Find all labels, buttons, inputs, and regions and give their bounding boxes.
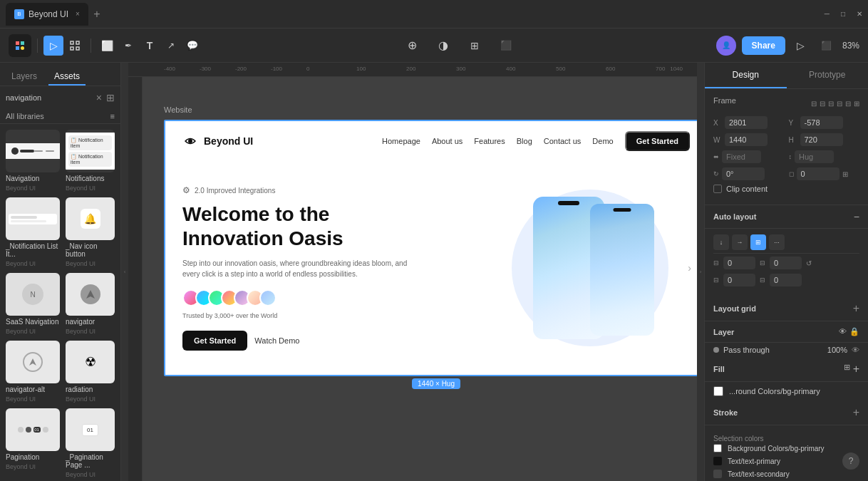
layer-blend-mode[interactable]: Pass through: [723, 346, 823, 354]
al-gap-v-input[interactable]: [770, 257, 802, 269]
figma-menu-btn[interactable]: [9, 34, 31, 57]
asset-radiation[interactable]: ☢ radiation Beyond UI: [66, 341, 115, 403]
pen-tool-btn[interactable]: ✒: [118, 36, 138, 56]
al-gap-h-input[interactable]: [723, 257, 755, 269]
phone-screen-front: [590, 204, 654, 336]
user-avatar-btn[interactable]: 👤: [716, 36, 736, 56]
badge-icon: ⚙: [182, 185, 190, 195]
help-area: ?: [705, 447, 868, 475]
canvas-arrow-handle[interactable]: ›: [688, 262, 691, 274]
align-icon-4[interactable]: ⊟: [837, 100, 842, 108]
asset-navigation[interactable]: Navigation Beyond UI: [6, 130, 60, 192]
device-preview-btn[interactable]: ⬛: [496, 36, 516, 56]
stroke-header: Stroke +: [705, 400, 868, 425]
phone-notch-back: [558, 201, 579, 205]
nav-link-homepage[interactable]: Homepage: [382, 137, 420, 145]
window-minimize-btn[interactable]: ─: [825, 10, 830, 18]
grid-view-btn[interactable]: ⊞: [465, 36, 485, 56]
zoom-level[interactable]: 83%: [842, 41, 859, 51]
active-tab[interactable]: B Beyond UI ×: [6, 3, 88, 26]
tab-close-btn[interactable]: ×: [76, 10, 80, 18]
tab-assets[interactable]: Assets: [48, 68, 86, 86]
asset-saas-nav[interactable]: N SaaS Navigation Beyond UI: [6, 273, 60, 335]
align-icon-2[interactable]: ⊟: [820, 100, 825, 108]
window-maximize-btn[interactable]: □: [841, 10, 845, 18]
website-frame-wrapper[interactable]: Beyond UI Homepage About us Features Blo…: [164, 120, 697, 376]
layer-opacity[interactable]: 100%: [827, 346, 847, 354]
asset-notification-list[interactable]: _Notification List It... Beyond UI: [6, 197, 60, 267]
sidebar-grid-btn[interactable]: ⊞: [106, 92, 115, 103]
fill-color-swatch[interactable]: [713, 386, 723, 396]
left-sidebar-collapse[interactable]: ‹: [121, 63, 128, 481]
asset-navigator-alt[interactable]: navigator-alt Beyond UI: [6, 341, 60, 403]
al-padding-input[interactable]: [723, 274, 755, 286]
nav-link-about[interactable]: About us: [432, 137, 463, 145]
svg-point-3: [21, 46, 24, 50]
layer-visible-btn[interactable]: 👁: [839, 327, 847, 336]
al-direction-right[interactable]: →: [732, 234, 748, 250]
frame-tool-btn[interactable]: [65, 36, 85, 56]
align-icon-3[interactable]: ⊟: [828, 100, 834, 108]
fill-add-style-btn[interactable]: ⊞: [844, 363, 850, 376]
al-direction-wrap[interactable]: ⊞: [750, 234, 766, 250]
asset-nav-icon[interactable]: 🔔 _Nav icon button Beyond UI: [66, 197, 115, 267]
components-tool-btn[interactable]: ⊕: [402, 36, 422, 56]
nav-link-contact[interactable]: Contact us: [544, 137, 582, 145]
layer-eye-icon[interactable]: 👁: [852, 346, 859, 354]
constraint-input[interactable]: [722, 150, 761, 163]
layout-grid-add-btn[interactable]: +: [853, 302, 859, 315]
help-btn[interactable]: ?: [842, 452, 859, 470]
nav-link-features[interactable]: Features: [474, 137, 505, 145]
shape-tool-btn[interactable]: ⬜: [97, 36, 117, 56]
clip-content-checkbox[interactable]: [713, 185, 722, 193]
window-close-btn[interactable]: ✕: [857, 10, 862, 18]
al-reset-btn[interactable]: ↺: [806, 259, 812, 267]
arrow-tool-btn[interactable]: ↗: [161, 36, 181, 56]
fill-add-btn[interactable]: +: [853, 363, 859, 376]
nav-cta-btn[interactable]: Get Started: [625, 131, 690, 151]
tab-prototype[interactable]: Prototype: [787, 63, 869, 88]
right-sidebar-collapse[interactable]: ›: [697, 63, 704, 481]
autolayout-minus-btn[interactable]: −: [854, 211, 859, 222]
hero-watch-demo-btn[interactable]: Watch Demo: [254, 336, 299, 345]
left-sidebar: Layers Assets navigation × ⊞ All librari…: [0, 63, 121, 481]
full-corner-btn[interactable]: ⊞: [842, 170, 848, 178]
new-tab-btn[interactable]: +: [88, 6, 105, 23]
h-input[interactable]: [800, 133, 843, 146]
share-button[interactable]: Share: [742, 36, 785, 55]
w-label: W: [713, 136, 722, 144]
al-direction-down[interactable]: ↓: [713, 234, 729, 250]
align-icon-6[interactable]: ⊞: [854, 100, 859, 108]
align-icon-1[interactable]: ⊟: [811, 100, 817, 108]
tab-layers[interactable]: Layers: [6, 68, 43, 86]
autolayout-title: Auto layout: [713, 212, 757, 221]
al-more-options[interactable]: ···: [769, 234, 785, 250]
al-padding-v-input[interactable]: [770, 274, 802, 286]
library-selector[interactable]: All libraries ≡: [0, 109, 120, 124]
comment-tool-btn[interactable]: 💬: [182, 36, 202, 56]
corner-input[interactable]: [797, 167, 839, 180]
theme-tool-btn[interactable]: ◑: [433, 36, 453, 56]
prototype-btn[interactable]: ▷: [791, 36, 811, 56]
tab-design[interactable]: Design: [705, 63, 787, 88]
y-input[interactable]: [800, 116, 843, 129]
asset-navigator[interactable]: navigator Beyond UI: [66, 273, 115, 335]
align-icon-5[interactable]: ⊟: [845, 100, 851, 108]
rotation-input[interactable]: [722, 167, 765, 180]
presentation-btn[interactable]: ⬛: [817, 36, 837, 56]
asset-pagination-page[interactable]: 01 _Pagination Page ... Beyond UI: [66, 408, 115, 478]
x-input[interactable]: [725, 116, 768, 129]
canvas-area[interactable]: -400 -300 -200 -100 0 100 200 300 400 50…: [128, 63, 697, 481]
nav-link-blog[interactable]: Blog: [517, 137, 532, 145]
text-tool-btn[interactable]: T: [140, 36, 160, 56]
layer-lock-btn[interactable]: 🔒: [849, 327, 859, 336]
stroke-add-btn[interactable]: +: [853, 406, 859, 419]
move-tool-btn[interactable]: ▷: [43, 36, 63, 56]
nav-link-demo[interactable]: Demo: [592, 137, 613, 145]
asset-notifications[interactable]: 📋 Notification item 📋 Notification item …: [66, 130, 115, 192]
sidebar-close-btn[interactable]: ×: [96, 92, 102, 103]
hug-input[interactable]: [795, 150, 834, 163]
hero-get-started-btn[interactable]: Get Started: [182, 331, 247, 351]
w-input[interactable]: [725, 133, 768, 146]
asset-pagination[interactable]: 01 Pagination Beyond UI: [6, 408, 60, 478]
